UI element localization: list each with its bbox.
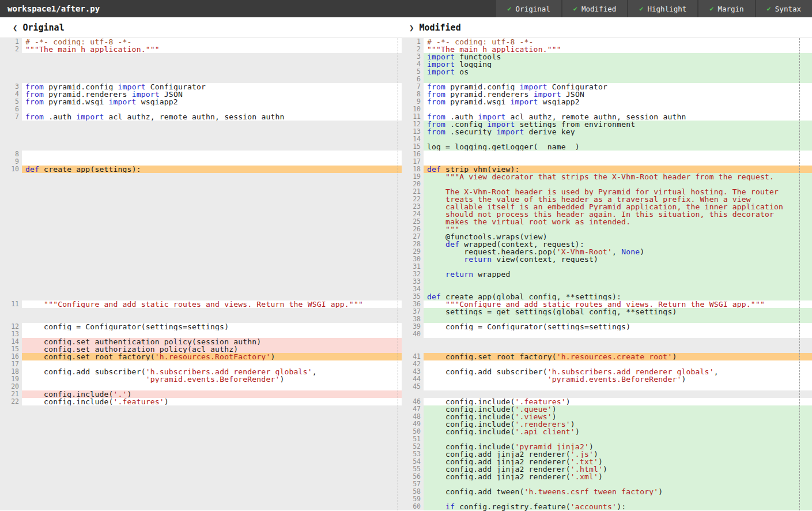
line-number <box>0 465 22 473</box>
code-text <box>22 233 402 241</box>
code-text <box>22 151 402 158</box>
toggle-margin-button[interactable]: ✔Margin <box>698 0 754 17</box>
line-number: 40 <box>402 330 424 338</box>
code-text <box>22 503 402 510</box>
code-line <box>0 143 402 151</box>
line-number: 45 <box>402 383 424 390</box>
code-text <box>424 338 812 345</box>
line-number <box>0 285 22 293</box>
code-line <box>0 188 402 196</box>
line-number <box>0 136 22 143</box>
code-line <box>0 241 402 248</box>
code-line <box>0 121 402 128</box>
code-line: 41 config.set_root_factory('h.resources.… <box>402 353 812 360</box>
code-line <box>0 248 402 256</box>
code-line <box>0 465 402 473</box>
code-line: 39 config = Configurator(settings=settin… <box>402 323 812 330</box>
code-text <box>22 256 402 263</box>
code-text <box>22 143 402 151</box>
line-number <box>0 263 22 270</box>
code-text <box>22 211 402 218</box>
modified-pane: ❯ Modified 1# -*- coding: utf-8 -*-2"""T… <box>402 17 812 511</box>
code-text: config.include('.features') <box>22 398 402 405</box>
code-text <box>22 285 402 293</box>
code-line <box>0 270 402 278</box>
code-line: 16 <box>402 151 812 158</box>
code-text: 'pyramid.events.BeforeRender') <box>424 375 812 383</box>
original-pane-header: ❮ Original <box>0 17 402 38</box>
code-line: 15log = logging.getLogger(__name__) <box>402 143 812 151</box>
button-label: Syntax <box>775 5 801 13</box>
code-text <box>424 330 812 338</box>
code-text: if config.registry.feature('accounts'): <box>424 503 812 510</box>
code-line <box>0 458 402 465</box>
modified-code[interactable]: 1# -*- coding: utf-8 -*-2"""The main h a… <box>402 38 812 510</box>
line-number <box>0 68 22 76</box>
code-text: config = Configurator(settings=settings) <box>424 323 812 330</box>
code-text: config = Configurator(settings=settings) <box>22 323 402 330</box>
code-text: """Configure and add static routes and v… <box>22 300 402 308</box>
line-number <box>0 450 22 458</box>
code-line: 45 <box>402 383 812 390</box>
code-text: from pyramid.wsgi import wsgiapp2 <box>22 98 402 106</box>
line-number <box>0 503 22 510</box>
line-number <box>0 428 22 435</box>
code-text <box>22 413 402 420</box>
chevron-right-icon: ❯ <box>409 23 414 32</box>
code-line <box>0 308 402 315</box>
file-title: workspace1/after.py <box>0 0 496 17</box>
code-line: 12 config = Configurator(settings=settin… <box>0 323 402 330</box>
line-number <box>0 308 22 315</box>
code-line <box>0 61 402 68</box>
line-number <box>0 458 22 465</box>
button-label: Modified <box>581 5 616 13</box>
code-text <box>424 383 812 390</box>
code-text <box>22 495 402 503</box>
code-line: 19 'pyramid.events.BeforeRender') <box>0 375 402 383</box>
code-text <box>22 173 402 181</box>
code-line <box>0 285 402 293</box>
code-line <box>0 435 402 443</box>
title-bar: workspace1/after.py ✔Original✔Modified✔H… <box>0 0 812 17</box>
original-pane: ❮ Original 1# -*- coding: utf-8 -*-2"""T… <box>0 17 402 511</box>
toggle-modified-button[interactable]: ✔Modified <box>562 0 627 17</box>
code-text <box>22 443 402 450</box>
line-number <box>0 278 22 285</box>
code-line <box>0 278 402 285</box>
code-line: 16 config.set_root_factory('h.resources.… <box>0 353 402 360</box>
code-line <box>0 450 402 458</box>
line-number <box>0 121 22 128</box>
toggle-original-button[interactable]: ✔Original <box>496 0 561 17</box>
code-text <box>22 121 402 128</box>
code-text <box>22 450 402 458</box>
code-line <box>0 263 402 270</box>
line-number: 22 <box>0 398 22 405</box>
code-text <box>22 218 402 226</box>
code-line: 5from pyramid.wsgi import wsgiapp2 <box>0 98 402 106</box>
code-text <box>22 188 402 196</box>
code-text <box>424 278 812 285</box>
code-text <box>424 151 812 158</box>
code-line <box>0 443 402 450</box>
line-number <box>0 256 22 263</box>
line-number <box>0 181 22 188</box>
toggle-highlight-button[interactable]: ✔Highlight <box>628 0 697 17</box>
code-text <box>22 53 402 61</box>
toggle-syntax-button[interactable]: ✔Syntax <box>756 0 812 17</box>
code-text <box>22 270 402 278</box>
code-line <box>0 405 402 413</box>
code-text: makes the virtual root work as intended. <box>424 218 812 226</box>
code-text: config.add_tween('h.tweens.csrf_tween_fa… <box>424 488 812 495</box>
code-text <box>22 480 402 488</box>
line-number: 60 <box>402 503 424 510</box>
code-text: """The main h application.""" <box>22 46 402 53</box>
code-text: import logging <box>424 61 812 68</box>
chevron-left-icon: ❮ <box>13 23 17 32</box>
code-text <box>22 181 402 188</box>
code-line: 8 <box>0 151 402 158</box>
original-code[interactable]: 1# -*- coding: utf-8 -*-2"""The main h a… <box>0 38 402 510</box>
code-text <box>22 196 402 203</box>
line-number <box>0 405 22 413</box>
code-line: 7from .auth import acl_authz, remote_aut… <box>0 113 402 121</box>
code-text <box>22 278 402 285</box>
